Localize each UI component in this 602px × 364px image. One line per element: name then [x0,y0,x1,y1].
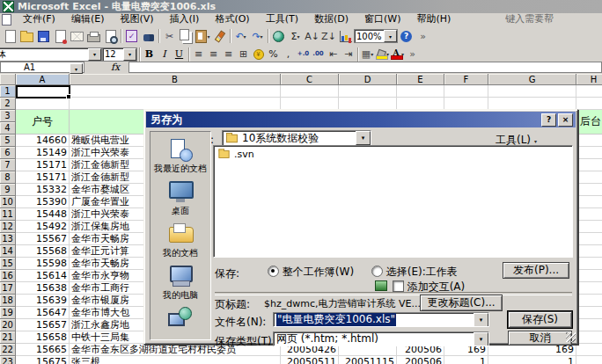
cell-F2[interactable] [444,98,488,110]
font-name-combobox[interactable]: 宋体▾ [0,47,102,62]
cell-A23[interactable]: 15675 [16,356,70,364]
row-header-13[interactable]: 13 [0,233,16,245]
cell-B2[interactable] [70,98,281,110]
cell-A8[interactable]: 15171 [16,171,70,184]
cell-H20[interactable] [576,319,602,331]
row-header-20[interactable]: 20 [0,319,16,331]
cell-H8[interactable] [576,171,602,184]
italic-button[interactable]: I [157,47,172,61]
menu-item-I[interactable]: 插入(I) [162,13,208,25]
save-in-dropdown-icon[interactable]: ▾ [356,131,371,145]
toolbar-options2-button[interactable]: » [405,47,420,61]
row-header-2[interactable]: 2 [0,98,16,110]
row-header-1[interactable]: 1 [0,85,16,98]
place-item-network[interactable] [150,306,210,331]
column-header-E[interactable]: E [397,74,444,85]
cell-H21[interactable] [576,331,602,344]
cell-G22[interactable]: 169 [488,344,576,356]
font-color-button[interactable]: A▾ [390,47,405,61]
row-header-12[interactable]: 12 [0,221,16,233]
place-item-3[interactable]: 我的文档 [150,222,210,259]
mail-button[interactable] [69,28,85,44]
cell-H22[interactable] [576,344,602,356]
toolbar-options-button[interactable]: » [415,28,431,44]
row-header-21[interactable]: 21 [0,331,16,344]
undo-button[interactable]: ↶▾ [232,28,249,44]
change-title-button[interactable]: 更改标题(C)... [420,295,503,311]
cell-A7[interactable]: 15171 [16,159,70,171]
dialog-help-button[interactable]: ? [541,113,556,127]
cell-A20[interactable]: 15657 [16,319,70,331]
formula-input[interactable] [128,62,602,73]
cell-H11[interactable] [576,208,602,221]
underline-button[interactable]: U [172,47,187,61]
column-header-H[interactable]: H [576,74,602,85]
place-item-1[interactable]: 我最近的文档 [150,137,210,175]
cell-H19[interactable] [576,307,602,319]
column-header-F[interactable]: F [444,74,488,85]
radio-selection-sheet[interactable]: 选择(E):工作表 [371,265,458,280]
menu-item-F[interactable]: 文件(F) [15,13,63,25]
format-painter-button[interactable] [211,28,228,44]
dialog-close-button[interactable]: × [558,113,573,127]
row-header-4[interactable]: 4 [0,122,16,135]
copy-button[interactable] [178,28,195,44]
place-item-4[interactable]: 我的电脑 [150,264,210,302]
menu-item-D[interactable]: 数据(D) [306,13,356,25]
fill-color-button[interactable]: ▾ [375,47,390,61]
menu-item-W[interactable]: 窗口(W) [356,13,408,25]
cell-B1[interactable] [70,85,281,98]
font-dropdown-icon[interactable]: ▾ [88,48,101,61]
cell-G23[interactable]: 1 [488,356,576,364]
column-header-B[interactable]: B [70,74,281,85]
cell-A19[interactable]: 15647 [16,307,70,319]
increase-indent-button[interactable]: ⇥ [341,47,356,61]
cell-D2[interactable] [339,98,397,110]
decrease-decimal-button[interactable]: .00 [311,47,326,61]
save-button[interactable]: 保存(S) [508,311,572,328]
cell-A16[interactable]: 15614 [16,270,70,282]
radio-entire-workbook[interactable]: 整个工作簿(W) [268,265,354,280]
menu-item-H[interactable]: 帮助(H) [409,13,459,25]
cell-D1[interactable] [339,85,397,98]
cell-H23[interactable] [576,356,602,364]
cell-A14[interactable]: 15568 [16,245,70,258]
row-header-10[interactable]: 10 [0,196,16,208]
name-box-dropdown-icon[interactable]: ▾ [70,63,83,74]
column-header-C[interactable]: C [281,74,339,85]
cell-A17[interactable]: 15638 [16,282,70,295]
row-header-8[interactable]: 8 [0,171,16,184]
dialog-title-bar[interactable]: 另存为 ? × [146,112,576,127]
cell-G2[interactable] [488,98,576,110]
row-header-14[interactable]: 14 [0,245,16,258]
filetype-combobox[interactable]: 网页 (*.htm; *.html) ▾ [273,331,489,346]
bold-button[interactable]: B [142,47,157,61]
menu-item-V[interactable]: 视图(V) [112,13,161,25]
row-header-7[interactable]: 7 [0,159,16,171]
cell-A9[interactable]: 15332 [16,184,70,196]
open-button[interactable] [18,28,35,44]
merge-center-button[interactable]: ⊞ [236,47,251,61]
cell-H2[interactable] [576,98,602,110]
cell-B23[interactable]: 张三根 [70,356,281,364]
spelling-button[interactable]: ✓ [123,28,140,44]
filename-dropdown-icon[interactable]: ▾ [474,313,488,327]
percent-button[interactable]: % [266,47,281,61]
file-list-item[interactable]: .svn [217,149,254,160]
cell-A11[interactable]: 15448 [16,208,70,221]
cell-H7[interactable] [576,159,602,171]
row-header-23[interactable]: 23 [0,356,16,364]
place-item-2[interactable]: 桌面 [150,179,210,217]
cell-H17[interactable] [576,282,602,295]
borders-button[interactable]: ▦▾ [360,47,375,61]
cell-C23[interactable]: 20050511 [281,356,339,364]
row-header-22[interactable]: 22 [0,344,16,356]
row-header-11[interactable]: 11 [0,208,16,221]
row-header-9[interactable]: 9 [0,184,16,196]
print-preview-button[interactable] [102,28,119,44]
cut-button[interactable]: ✂ [161,28,178,44]
row-header-18[interactable]: 18 [0,295,16,307]
cell-H16[interactable] [576,270,602,282]
new-button[interactable] [2,28,18,44]
zoom-combobox[interactable]: 100%▾ [354,29,398,43]
